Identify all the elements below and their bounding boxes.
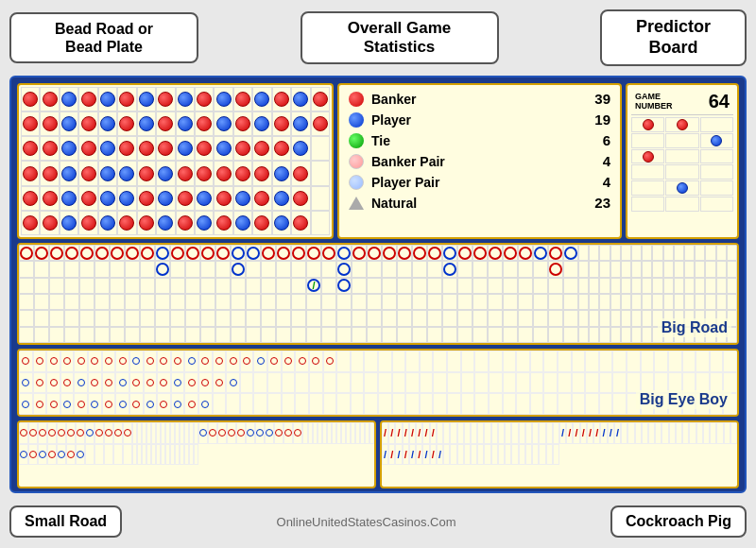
- big-road-cell: [533, 278, 548, 294]
- bead: [139, 141, 154, 156]
- bead: [274, 166, 289, 181]
- big-eye-cell: [710, 351, 724, 372]
- small-road-cell: [208, 422, 217, 444]
- big-road-cell: [34, 278, 49, 294]
- big-eye-dot: [174, 401, 181, 408]
- big-road-cell: [427, 245, 442, 261]
- big-eye-dot: [230, 379, 237, 386]
- bead-cell: [291, 87, 310, 111]
- big-road-cell: [352, 245, 367, 261]
- big-road-cell: [231, 245, 246, 261]
- cockroach-cell: /: [388, 422, 395, 444]
- big-road-cell: [610, 278, 621, 294]
- pred-cell: [665, 133, 698, 148]
- small-road-dot: [237, 429, 245, 437]
- big-eye-cell: [392, 372, 406, 394]
- bead-cell: [98, 87, 117, 111]
- big-road-cell: [727, 245, 737, 261]
- small-road-cell: [236, 422, 246, 444]
- player-pair-label: Player Pair: [371, 175, 603, 190]
- bead: [119, 92, 134, 107]
- big-road-cell: [19, 310, 34, 326]
- big-eye-cell: [115, 351, 129, 372]
- big-road-cell: [684, 261, 695, 277]
- cockroach-cell: /: [388, 444, 395, 466]
- big-eye-dot: [91, 379, 98, 386]
- bead: [100, 215, 115, 231]
- big-road-cell: [642, 261, 652, 277]
- big-road-cell: [367, 294, 382, 310]
- big-road-cell: [200, 310, 215, 326]
- big-road-cell: [200, 327, 215, 343]
- big-road-cell: [412, 310, 427, 326]
- natural-label: Natural: [371, 196, 594, 211]
- bead: [178, 191, 193, 206]
- small-road-cell: [76, 422, 85, 444]
- big-eye-cell: [295, 351, 309, 372]
- big-eye-cell: [627, 351, 641, 372]
- bead-cell: [78, 111, 97, 136]
- bead-cell: [117, 87, 136, 111]
- big-eye-cell: [213, 372, 227, 394]
- cockroach-slash: /: [610, 427, 612, 438]
- big-road-cell: [321, 310, 336, 326]
- big-eye-cell: [184, 351, 198, 372]
- big-eye-dot: [243, 357, 250, 365]
- big-eye-dot: [188, 401, 196, 408]
- bead: [81, 116, 96, 131]
- big-eye-cell: [226, 351, 240, 372]
- big-road-cell: [533, 294, 548, 310]
- big-road-cell: [246, 278, 261, 294]
- big-road-cell: [140, 245, 155, 261]
- big-eye-cell: [226, 372, 240, 394]
- big-road-cell: [352, 327, 367, 343]
- big-eye-cell: [309, 351, 323, 372]
- big-road-cell: [674, 245, 684, 261]
- big-road-cell: [705, 245, 715, 261]
- cockroach-cell: [498, 422, 505, 444]
- small-road-dot: [29, 429, 37, 437]
- big-eye-dot: [312, 357, 319, 365]
- cockroach-cell: /: [600, 422, 607, 444]
- cockroach-cell: [511, 422, 518, 444]
- bead: [81, 191, 96, 206]
- big-road-circle: [489, 247, 502, 260]
- big-road-cell: [518, 327, 533, 343]
- big-eye-cell: [144, 393, 158, 415]
- big-road-cell: [185, 278, 200, 294]
- bead: [178, 92, 193, 107]
- big-eye-cell: [240, 393, 254, 415]
- big-road-cell: [663, 294, 674, 310]
- banker-label: Banker: [371, 92, 594, 107]
- cockroach-slash: /: [390, 449, 393, 460]
- big-road-cell: [563, 294, 578, 310]
- big-road-cell: [427, 327, 442, 343]
- bead-cell: [21, 211, 40, 235]
- big-road-cell: [336, 310, 352, 326]
- bead-cell: [98, 186, 117, 211]
- big-road-circle: [186, 247, 199, 260]
- big-eye-cell: [282, 372, 296, 394]
- big-eye-cell: [447, 393, 461, 415]
- big-eye-cell: [157, 393, 171, 415]
- small-road-dot: [48, 429, 56, 437]
- bead-cell: [214, 211, 232, 235]
- bead-cell: [233, 211, 252, 235]
- bead-cell: [60, 186, 78, 211]
- big-eye-dot: [326, 357, 334, 365]
- header: Bead Road orBead Plate Overall GameStati…: [0, 0, 756, 74]
- big-road-cell: [631, 245, 642, 261]
- big-road-cell: [276, 294, 291, 310]
- cockroach-cell: /: [437, 444, 443, 466]
- big-road-circle: [232, 263, 245, 276]
- cockroach-cell: [491, 422, 498, 444]
- big-road-cell: [306, 310, 321, 326]
- big-road-cell: [727, 278, 737, 294]
- small-road-dot: [39, 429, 46, 437]
- bead: [61, 191, 77, 206]
- bead-cell: [272, 111, 291, 136]
- big-eye-cell: [489, 351, 503, 372]
- big-eye-cell: [171, 393, 185, 415]
- big-road-cell: [621, 310, 631, 326]
- big-road-circle: [443, 263, 456, 276]
